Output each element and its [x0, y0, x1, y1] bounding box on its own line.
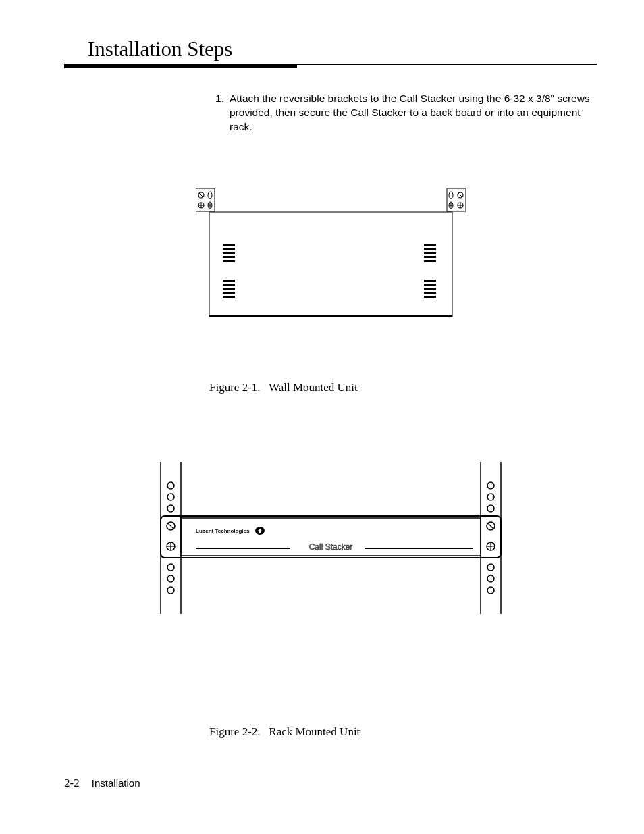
footer-section: Installation	[92, 777, 140, 789]
page-container: Installation Steps 1. Attach the reversi…	[0, 0, 644, 834]
svg-point-55	[487, 564, 494, 571]
page-footer: 2-2 Installation	[64, 777, 140, 790]
svg-rect-2	[196, 188, 215, 211]
figure-2-caption: Figure 2-2. Rack Mounted Unit	[209, 725, 597, 739]
svg-rect-36	[424, 260, 436, 262]
brand-label: Lucent Technologies	[196, 528, 250, 534]
svg-rect-31	[223, 296, 235, 298]
svg-line-66	[488, 523, 493, 529]
figure-1-text: Wall Mounted Unit	[269, 381, 358, 394]
step-block: 1. Attach the reversible brackets to the…	[209, 92, 597, 134]
svg-rect-38	[424, 284, 436, 286]
svg-point-53	[487, 494, 494, 500]
svg-line-18	[458, 193, 462, 197]
svg-rect-39	[424, 288, 436, 290]
svg-rect-33	[424, 248, 436, 250]
svg-rect-28	[223, 284, 235, 286]
svg-point-8	[208, 192, 212, 199]
figure-1-caption: Figure 2-1. Wall Mounted Unit	[209, 381, 597, 394]
svg-rect-23	[223, 248, 235, 250]
svg-point-13	[449, 192, 453, 199]
svg-rect-24	[223, 252, 235, 254]
svg-point-57	[487, 587, 494, 594]
svg-line-4	[199, 193, 203, 197]
svg-rect-35	[424, 256, 436, 258]
page-number: 2-2	[64, 777, 80, 789]
svg-rect-41	[424, 296, 436, 298]
rule-thick	[64, 65, 297, 68]
svg-point-48	[167, 505, 174, 512]
svg-rect-34	[424, 252, 436, 254]
figure-2-prefix: Figure 2-2.	[209, 725, 261, 738]
figure-wall-mounted	[196, 188, 466, 320]
step-number: 1.	[209, 92, 230, 134]
svg-point-71	[258, 529, 261, 533]
section-heading: Installation Steps	[88, 37, 597, 61]
figure-2-text: Rack Mounted Unit	[269, 725, 360, 738]
svg-point-51	[167, 587, 174, 594]
svg-point-47	[167, 494, 174, 500]
svg-rect-29	[223, 288, 235, 290]
step-1: 1. Attach the reversible brackets to the…	[209, 92, 597, 134]
svg-rect-40	[424, 292, 436, 294]
svg-rect-30	[223, 292, 235, 294]
svg-point-56	[487, 575, 494, 582]
svg-rect-0	[209, 212, 452, 317]
svg-point-50	[167, 575, 174, 582]
svg-rect-37	[424, 280, 436, 282]
svg-rect-27	[223, 280, 235, 282]
svg-point-46	[167, 482, 174, 489]
svg-rect-26	[223, 260, 235, 262]
svg-rect-32	[424, 244, 436, 246]
svg-rect-25	[223, 256, 235, 258]
product-label: Call Stacker	[308, 542, 352, 552]
figure-1-prefix: Figure 2-1.	[209, 381, 261, 394]
svg-point-52	[487, 482, 494, 489]
svg-point-54	[487, 505, 494, 512]
svg-point-49	[167, 564, 174, 571]
svg-line-61	[168, 523, 173, 529]
svg-rect-22	[223, 244, 235, 246]
step-text: Attach the reversible brackets to the Ca…	[230, 92, 597, 134]
svg-rect-1	[209, 315, 452, 317]
figure-rack-mounted: Lucent Technologies Call Stacker	[149, 462, 513, 614]
